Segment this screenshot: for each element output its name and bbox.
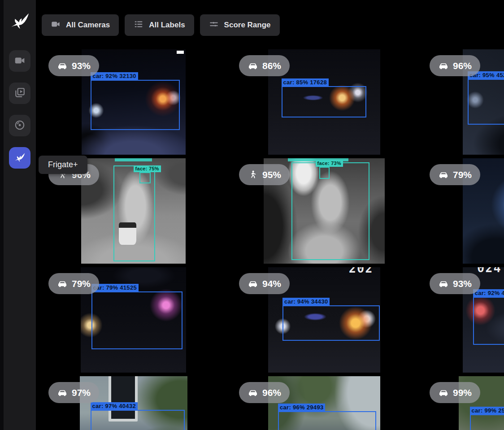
grid-item: car: 99% 2599% [419, 376, 504, 430]
detection-bbox [278, 411, 376, 430]
score-range-filter-button[interactable]: Score Range [200, 14, 280, 36]
camera-snapshot[interactable]: face: 73% [264, 158, 385, 264]
grid-item: car: 92% 4216024 05 093% [419, 267, 504, 373]
frigate-plus-tooltip: Frigate+ [39, 156, 87, 174]
review-icon [14, 87, 26, 100]
timestamp-fragment: 202 [349, 267, 374, 275]
detection-bbox [468, 79, 504, 125]
car-icon [438, 278, 449, 289]
car-icon [248, 61, 258, 71]
corner-mark [177, 51, 184, 54]
face-label: face: 73% [316, 160, 343, 167]
face-bbox [319, 167, 330, 179]
grid-item: face: 75%96% [38, 158, 229, 264]
camera-snapshot[interactable]: car: 85% 17628 [268, 49, 380, 155]
frigate-bird-icon [9, 11, 30, 31]
person-icon [248, 169, 258, 180]
detection-bbox [91, 80, 180, 130]
car-icon [248, 387, 258, 398]
car-icon [438, 169, 449, 180]
detection-label: car: 92% 32130 [91, 72, 138, 80]
sidebar-nav [9, 50, 30, 169]
sidebar-item-live[interactable] [9, 50, 30, 72]
sidebar-item-review[interactable] [9, 83, 30, 104]
detection-label: car: 97% 40432 [91, 402, 138, 410]
filter-label: All Labels [149, 21, 185, 30]
camera-snapshot[interactable]: face: 75% [81, 158, 186, 264]
list-icon [134, 19, 143, 31]
detection-label: car: 94% 34430 [282, 298, 330, 305]
detection-bbox [282, 86, 366, 117]
grid-item: car: 95% 4526096% [419, 49, 504, 155]
detection-bbox [282, 305, 380, 341]
car-icon [248, 278, 258, 289]
car-icon [438, 387, 449, 398]
all-labels-filter-button[interactable]: All Labels [125, 14, 194, 36]
grid-item: face: 73%95% [229, 158, 419, 264]
car-icon [57, 387, 68, 398]
detection-label: car: 79% 41525 [91, 284, 139, 291]
camera-snapshot[interactable]: car: 97% 40432 [80, 376, 187, 430]
grid-item: car: 85% 1762886% [229, 49, 419, 155]
filter-label: Score Range [224, 21, 271, 30]
sidebar-item-frigate-plus[interactable] [9, 147, 30, 169]
camera-snapshot[interactable]: car: 92% 32130 [82, 49, 186, 155]
camera-snapshot[interactable]: car: 96% 29493 [268, 376, 380, 430]
frigate-bird-icon [14, 152, 26, 165]
car-icon [57, 278, 68, 289]
camera-icon [14, 55, 26, 68]
face-label: face: 75% [134, 165, 161, 172]
filters-toolbar: All Cameras All Labels [42, 14, 280, 36]
timestamp-fragment: 024 05 0 [477, 267, 504, 275]
sidebar [4, 0, 36, 430]
frigate-app: Frigate+ All Cameras All Labels [0, 0, 504, 430]
grid-item: car: 94% 3443020294% [229, 267, 419, 373]
clipped-label [115, 158, 152, 161]
detection-label: car: 99% 25 [470, 407, 504, 414]
grid-item: car: 79% 4152579% [38, 267, 229, 373]
window-edge [0, 0, 4, 430]
detection-bbox [91, 410, 185, 430]
detection-label: car: 92% 4216 [473, 289, 504, 297]
face-bbox [139, 172, 151, 183]
filter-label: All Cameras [66, 21, 110, 30]
grid-item: car: 97% 4043297% [38, 376, 229, 430]
detection-label: car: 85% 17628 [282, 78, 329, 86]
snapshot-grid: car: 92% 3213093%car: 85% 1762886%car: 9… [38, 49, 504, 430]
export-icon [14, 119, 26, 132]
grid-item: car: 79%79% [419, 158, 504, 264]
camera-snapshot[interactable]: car: 92% 4216024 05 0 [463, 267, 504, 373]
detection-bbox [91, 291, 183, 349]
camera-snapshot[interactable]: car: 95% 45260 [463, 49, 504, 155]
camera-icon [51, 19, 61, 31]
camera-snapshot[interactable]: car: 79% 41525 [81, 267, 186, 373]
all-cameras-filter-button[interactable]: All Cameras [42, 14, 119, 36]
detection-bbox [470, 414, 504, 430]
detection-label: car: 96% 29493 [278, 404, 325, 411]
sidebar-item-export[interactable] [9, 115, 30, 136]
grid-item: car: 92% 3213093% [38, 49, 229, 155]
detection-bbox [291, 162, 369, 260]
car-icon [438, 61, 449, 71]
detection-label: car: 95% 45260 [468, 71, 504, 79]
detection-bbox [473, 297, 504, 345]
camera-snapshot[interactable]: car: 79% [463, 158, 504, 264]
sliders-icon [209, 19, 219, 31]
grid-item: car: 96% 2949396% [229, 376, 419, 430]
car-icon [57, 61, 68, 71]
camera-snapshot[interactable]: car: 94% 34430202 [268, 267, 380, 373]
camera-snapshot[interactable]: car: 99% 25 [459, 376, 504, 430]
